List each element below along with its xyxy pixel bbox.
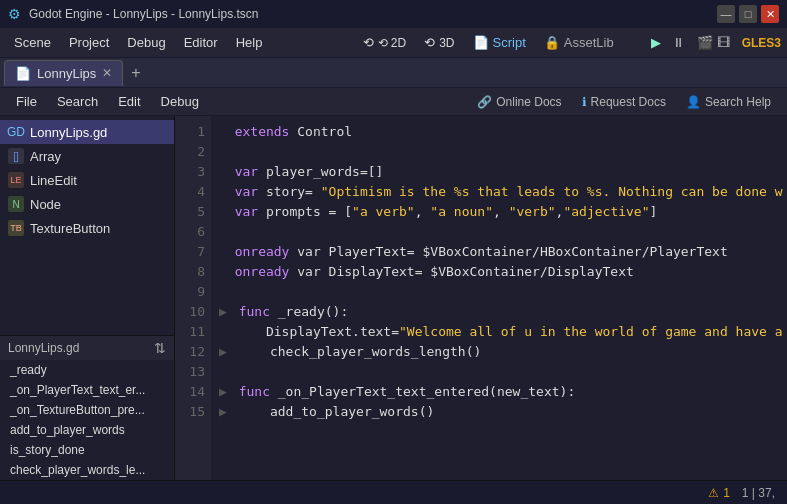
code-text: var PlayerText= $VBoxContainer/HBoxConta… [289,242,727,262]
fold-arrow[interactable]: ▶ [219,342,235,362]
gles-badge: GLES3 [742,36,781,50]
code-line [219,222,779,242]
sec-menu-search[interactable]: Search [49,91,106,112]
tab-close-button[interactable]: ✕ [102,66,112,80]
app-icon: ⚙ [8,6,21,22]
function-item[interactable]: add_to_player_words [0,420,174,440]
warning-count: 1 [723,486,730,500]
code-text: , [556,202,564,222]
string-literal: "a verb" [352,202,415,222]
script-icon: 📄 [473,35,489,50]
play-button[interactable]: ▶ [646,33,666,53]
mode-assetlib[interactable]: 🔒 AssetLib [536,31,622,54]
pause-button[interactable]: ⏸ [672,35,685,50]
line-number: 1 [175,122,205,142]
menu-editor[interactable]: Editor [176,31,226,54]
code-lines[interactable]: extends Control var player_words=[] var … [211,116,787,480]
camera-icon[interactable]: 🎬 [697,35,713,50]
line-number: 2 [175,142,205,162]
sort-button[interactable]: ⇅ [154,340,166,356]
keyword: extends [235,122,290,142]
file-type-icon: TB [8,220,24,236]
cursor-position: 1 | 37, [742,486,775,500]
functions-file-label: LonnyLips.gd [8,341,79,355]
sidebar-item-TextureButton[interactable]: TBTextureButton [0,216,174,240]
fold-arrow[interactable]: ▶ [219,382,235,402]
line-number: 8 [175,262,205,282]
menu-project[interactable]: Project [61,31,117,54]
mode-3d[interactable]: ⟲ 3D [416,31,462,54]
2d-icon: ⟲ [363,35,374,50]
warning-indicator: ⚠ 1 [708,486,730,500]
film-icon[interactable]: 🎞 [717,35,730,50]
minimize-button[interactable]: — [717,5,735,23]
tree-item-label: LonnyLips.gd [30,125,107,140]
sec-menu-debug[interactable]: Debug [153,91,207,112]
line-numbers: 123456789101112131415 [175,116,211,480]
functions-header: LonnyLips.gd ⇅ [0,336,174,360]
mode-script[interactable]: 📄 Script [465,31,534,54]
code-line [219,282,779,302]
keyword: onready [235,262,290,282]
menu-scene[interactable]: Scene [6,31,59,54]
sidebar-item-LonnyLipsgd[interactable]: GDLonnyLips.gd [0,120,174,144]
keyword: onready [235,242,290,262]
line-number: 13 [175,362,205,382]
main-content: GDLonnyLips.gd[]ArrayLELineEditNNodeTBTe… [0,116,787,480]
close-button[interactable]: ✕ [761,5,779,23]
fold-arrow[interactable]: ▶ [219,402,235,422]
3d-icon: ⟲ [424,35,435,50]
line-number: 9 [175,282,205,302]
code-text: prompts = [ [258,202,352,222]
sec-menu-file[interactable]: File [8,91,45,112]
function-list: _ready_on_PlayerText_text_er..._on_Textu… [0,360,174,480]
warning-icon: ⚠ [708,486,719,500]
editor-tab[interactable]: 📄 LonnyLips ✕ [4,60,123,86]
line-number: 14 [175,382,205,402]
line-number: 4 [175,182,205,202]
string-literal: "a noun" [430,202,493,222]
function-item[interactable]: _ready [0,360,174,380]
code-text: , [493,202,509,222]
code-line: var prompts = ["a verb", "a noun", "verb… [219,202,779,222]
code-text: _on_PlayerText_text_entered(new_text): [270,382,575,402]
string-literal: "Welcome all of u in the world of game a… [399,322,783,342]
search-help-button[interactable]: 👤 Search Help [678,92,779,112]
line-number: 7 [175,242,205,262]
sidebar-item-Node[interactable]: NNode [0,192,174,216]
mode-2d[interactable]: ⟲ ⟲ 2D [355,31,415,54]
code-editor: 123456789101112131415 extends Control va… [175,116,787,480]
indent [239,342,270,362]
keyword: var [235,202,258,222]
code-text: ] [650,202,658,222]
sidebar-item-LineEdit[interactable]: LELineEdit [0,168,174,192]
sidebar-item-Array[interactable]: []Array [0,144,174,168]
menu-debug[interactable]: Debug [119,31,173,54]
function-item[interactable]: is_story_done [0,440,174,460]
code-line: ▶ add_to_player_words() [219,402,779,422]
line-number: 5 [175,202,205,222]
indent [235,322,266,342]
fold-arrow[interactable]: ▶ [219,302,235,322]
keyword: var [235,162,258,182]
media-controls: 🎬 🎞 [697,35,730,50]
menu-help[interactable]: Help [228,31,271,54]
add-tab-button[interactable]: + [123,60,148,86]
file-type-icon: [] [8,148,24,164]
request-docs-button[interactable]: ℹ Request Docs [574,92,674,112]
tree-item-label: TextureButton [30,221,110,236]
code-line: ▶ func _on_PlayerText_text_entered(new_t… [219,382,779,402]
code-line: onready var DisplayText= $VBoxContainer/… [219,262,779,282]
code-content[interactable]: 123456789101112131415 extends Control va… [175,116,787,480]
function-item[interactable]: check_player_words_le... [0,460,174,480]
keyword: var [235,182,258,202]
sec-menu-edit[interactable]: Edit [110,91,148,112]
keyword: func [239,382,270,402]
code-text: add_to_player_words() [270,402,434,422]
function-item[interactable]: _on_PlayerText_text_er... [0,380,174,400]
code-text: var DisplayText= $VBoxContainer/DisplayT… [289,262,633,282]
function-item[interactable]: _on_TextureButton_pre... [0,400,174,420]
indent [239,402,270,422]
online-docs-button[interactable]: 🔗 Online Docs [469,92,569,112]
maximize-button[interactable]: □ [739,5,757,23]
